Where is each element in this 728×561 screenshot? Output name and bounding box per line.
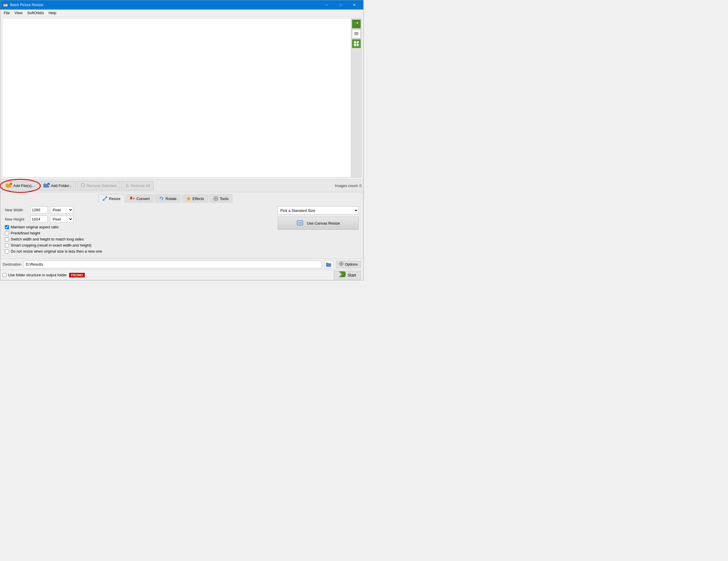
maintain-aspect-row: Maintain original aspect ratio — [5, 225, 272, 229]
svg-rect-10 — [354, 41, 356, 43]
predefined-height-checkbox[interactable] — [5, 231, 9, 235]
resize-settings-left: New Width Pixel Percent cm inch New Heig… — [5, 206, 272, 255]
convert-tab-icon — [130, 196, 135, 201]
add-folder-button[interactable]: Add Folder... — [40, 181, 76, 191]
svg-rect-51 — [341, 262, 342, 263]
menu-bar: File View SoftOrbits Help — [0, 10, 363, 16]
options-button[interactable]: Options — [336, 261, 361, 268]
standard-size-select[interactable]: Pick a Standard Size 640x480 800x600 102… — [278, 206, 359, 215]
minimize-button[interactable]: ─ — [320, 0, 333, 10]
tab-effects[interactable]: Effects — [182, 194, 209, 203]
remove-selected-button[interactable]: Remove Selected — [77, 181, 120, 191]
svg-rect-23 — [48, 185, 49, 186]
do-not-resize-row: Do not resize when original size is less… — [5, 249, 272, 254]
maximize-button[interactable]: □ — [334, 0, 347, 10]
svg-rect-15 — [6, 184, 8, 185]
start-button[interactable]: Start — [334, 271, 361, 280]
remove-all-icon — [125, 183, 130, 189]
folder-structure-checkbox[interactable] — [3, 273, 6, 277]
folder-structure-label: Use folder structure in output folder — [8, 273, 67, 277]
svg-point-50 — [341, 263, 342, 265]
svg-point-6 — [357, 22, 358, 24]
menu-softorbits[interactable]: SoftOrbits — [25, 10, 46, 16]
tab-rotate[interactable]: Rotate — [154, 194, 181, 203]
view-thumbnails-button[interactable] — [352, 20, 361, 28]
destination-path-input[interactable] — [24, 261, 322, 268]
remove-all-button[interactable]: Remove All — [121, 181, 154, 191]
side-toolbar — [351, 19, 361, 177]
switch-width-height-checkbox[interactable] — [5, 237, 9, 241]
predefined-height-row: Predefined height — [5, 231, 272, 235]
remove-all-label: Remove All — [131, 184, 150, 188]
menu-help[interactable]: Help — [46, 10, 59, 16]
svg-rect-33 — [130, 197, 132, 200]
svg-rect-48 — [326, 263, 328, 264]
tab-resize-label: Resize — [109, 197, 121, 201]
app-icon — [3, 2, 8, 8]
new-width-label: New Width — [5, 208, 28, 212]
main-content: Add File(s)... Add Folder... — [0, 16, 363, 280]
new-width-input[interactable] — [30, 206, 48, 213]
svg-rect-34 — [131, 196, 132, 197]
svg-rect-12 — [354, 44, 356, 46]
destination-bar: Destination — [0, 259, 363, 270]
menu-file[interactable]: File — [1, 10, 12, 16]
svg-rect-8 — [354, 33, 358, 34]
svg-rect-54 — [343, 264, 344, 264]
add-files-label: Add File(s)... — [13, 184, 35, 188]
tabs-panel: Resize Convert — [0, 192, 363, 203]
destination-label: Destination — [3, 262, 21, 267]
canvas-resize-icon — [296, 220, 305, 227]
remove-selected-label: Remove Selected — [86, 184, 116, 188]
rotate-tab-icon — [159, 196, 164, 201]
svg-rect-52 — [341, 265, 342, 266]
new-height-row: New Height Pixel Percent cm inch — [5, 216, 272, 223]
new-width-row: New Width Pixel Percent cm inch — [5, 206, 272, 213]
tab-tools[interactable]: Tools — [209, 194, 233, 203]
svg-marker-36 — [186, 196, 191, 201]
promo-badge: PROMO — [69, 273, 85, 278]
svg-rect-7 — [354, 32, 358, 33]
effects-tab-icon — [186, 196, 191, 201]
svg-point-29 — [127, 186, 128, 187]
window-controls: ─ □ ✕ — [320, 0, 361, 10]
action-bar: Add File(s)... Add Folder... — [0, 179, 363, 192]
remove-selected-icon — [81, 183, 85, 189]
folder-structure-row: Use folder structure in output folder — [3, 273, 67, 277]
svg-rect-13 — [357, 44, 359, 46]
add-files-highlight: Add File(s)... — [2, 181, 38, 191]
close-button[interactable]: ✕ — [348, 0, 361, 10]
menu-view[interactable]: View — [12, 10, 25, 16]
file-list-panel[interactable] — [2, 19, 351, 177]
new-height-unit-select[interactable]: Pixel Percent cm inch — [50, 216, 73, 223]
switch-width-height-row: Switch width and height to match long si… — [5, 237, 272, 241]
tools-tab-icon — [213, 196, 218, 201]
maintain-aspect-checkbox[interactable] — [5, 225, 9, 229]
switch-width-height-label: Switch width and height to match long si… — [11, 237, 84, 241]
tab-rotate-label: Rotate — [165, 197, 176, 201]
new-height-label: New Height — [5, 217, 28, 222]
canvas-resize-label: Use Canvas Resize — [307, 221, 340, 226]
options-label: Options — [345, 262, 358, 267]
options-gear-icon — [339, 262, 344, 267]
add-files-button[interactable]: Add File(s)... — [2, 181, 38, 191]
tab-convert[interactable]: Convert — [126, 194, 154, 203]
canvas-resize-button[interactable]: Use Canvas Resize — [278, 217, 359, 230]
svg-rect-9 — [354, 34, 358, 35]
view-list-button[interactable] — [352, 29, 361, 38]
do-not-resize-checkbox[interactable] — [5, 250, 9, 254]
add-folder-icon — [43, 183, 50, 189]
new-height-input[interactable] — [30, 216, 48, 223]
tab-effects-label: Effects — [193, 197, 204, 201]
new-width-unit-select[interactable]: Pixel Percent cm inch — [50, 206, 73, 213]
smart-cropping-label: Smart cropping (result in exact width an… — [11, 243, 91, 248]
tab-convert-label: Convert — [137, 197, 150, 201]
file-list-area — [2, 18, 362, 178]
view-grid-button[interactable] — [352, 39, 361, 48]
resize-panel: New Width Pixel Percent cm inch New Heig… — [0, 203, 363, 259]
window-title: Batch Picture Resizer — [10, 3, 320, 7]
destination-folder-button[interactable] — [324, 261, 333, 268]
tab-resize[interactable]: Resize — [98, 194, 125, 203]
do-not-resize-label: Do not resize when original size is less… — [11, 249, 102, 254]
smart-cropping-checkbox[interactable] — [5, 244, 9, 248]
